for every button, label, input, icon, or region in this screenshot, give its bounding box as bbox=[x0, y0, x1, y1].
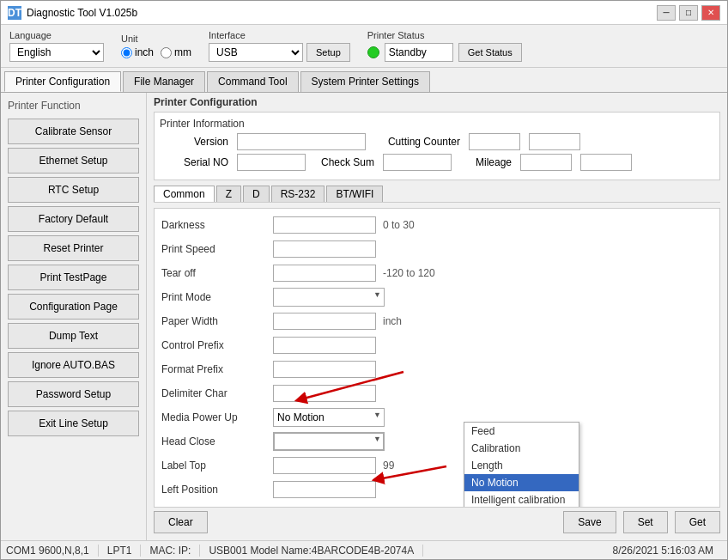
top-bar: Language English Unit inch mm Interface bbox=[1, 25, 727, 68]
paper-width-input[interactable] bbox=[273, 313, 376, 330]
tab-printer-configuration[interactable]: Printer Configuration bbox=[4, 71, 121, 92]
window-title: Diagnostic Tool V1.025b bbox=[27, 7, 137, 19]
interface-select[interactable]: USB bbox=[209, 43, 303, 62]
darkness-label: Darkness bbox=[161, 219, 273, 231]
media-power-up-row: Media Power Up No Motion bbox=[161, 408, 713, 427]
close-button[interactable]: ✕ bbox=[701, 5, 720, 21]
status-mac: MAC: IP: bbox=[149, 545, 200, 557]
cutting-counter-input2[interactable] bbox=[529, 133, 580, 150]
sidebar: Printer Function Calibrate Sensor Ethern… bbox=[1, 93, 147, 540]
head-close-dropdown: Feed Calibration Length No Motion Intell… bbox=[464, 422, 579, 508]
config-tab-btwifi[interactable]: BT/WIFI bbox=[326, 186, 383, 202]
ignore-autobasic-button[interactable]: Ignore AUTO.BAS bbox=[8, 352, 139, 378]
format-prefix-label: Format Prefix bbox=[161, 363, 273, 375]
unit-inch-option[interactable]: inch bbox=[121, 46, 154, 58]
media-power-up-select-wrapper: No Motion bbox=[273, 408, 385, 427]
minimize-button[interactable]: ─ bbox=[657, 5, 676, 21]
print-speed-label: Print Speed bbox=[161, 243, 273, 255]
interface-section: Interface USB Setup bbox=[209, 30, 350, 62]
config-tab-common[interactable]: Common bbox=[154, 186, 215, 202]
media-power-up-select[interactable]: No Motion bbox=[273, 408, 385, 427]
checksum-label: Check Sum bbox=[314, 156, 374, 168]
mileage-input1[interactable] bbox=[520, 154, 572, 171]
clear-button[interactable]: Clear bbox=[154, 511, 208, 533]
control-prefix-input[interactable] bbox=[273, 337, 376, 354]
restore-button[interactable]: □ bbox=[679, 5, 698, 21]
save-button[interactable]: Save bbox=[563, 511, 616, 533]
calibrate-sensor-button[interactable]: Calibrate Sensor bbox=[8, 119, 139, 144]
print-testpage-button[interactable]: Print TestPage bbox=[8, 265, 139, 290]
bottom-bar: Clear Save Set Get bbox=[154, 508, 720, 537]
unit-mm-option[interactable]: mm bbox=[161, 46, 191, 58]
unit-radio-group: inch mm bbox=[121, 46, 191, 58]
left-position-label: Left Position bbox=[161, 484, 273, 496]
version-input[interactable] bbox=[237, 133, 366, 150]
rtc-setup-button[interactable]: RTC Setup bbox=[8, 177, 139, 203]
factory-default-button[interactable]: Factory Default bbox=[8, 206, 139, 232]
checksum-input[interactable] bbox=[383, 154, 452, 171]
unit-label: Unit bbox=[121, 33, 191, 44]
print-speed-input[interactable] bbox=[273, 240, 376, 258]
configuration-page-button[interactable]: Configuration Page bbox=[8, 294, 139, 320]
dropdown-item-length[interactable]: Length bbox=[464, 457, 579, 474]
reset-printer-button[interactable]: Reset Printer bbox=[8, 235, 139, 261]
config-tab-d[interactable]: D bbox=[243, 186, 270, 202]
head-close-select[interactable] bbox=[273, 432, 385, 451]
label-top-row: Label Top 99 bbox=[161, 456, 713, 475]
tear-off-input[interactable] bbox=[273, 265, 376, 282]
print-mode-select[interactable] bbox=[273, 288, 385, 307]
dropdown-item-intelligent-calibration[interactable]: Intelligent calibration bbox=[464, 491, 579, 508]
print-mode-label: Print Mode bbox=[161, 291, 273, 303]
control-prefix-label: Control Prefix bbox=[161, 339, 273, 351]
label-top-label: Label Top bbox=[161, 460, 273, 472]
paper-width-hint: inch bbox=[383, 315, 402, 327]
status-input[interactable] bbox=[385, 43, 453, 62]
cutting-counter-input1[interactable] bbox=[469, 133, 520, 150]
config-tab-rs232[interactable]: RS-232 bbox=[271, 186, 325, 202]
printer-status-section: Printer Status Get Status bbox=[367, 30, 522, 62]
dropdown-item-calibration[interactable]: Calibration bbox=[464, 440, 579, 457]
format-prefix-input[interactable] bbox=[273, 361, 376, 378]
title-bar-left: DT Diagnostic Tool V1.025b bbox=[8, 6, 137, 20]
app-icon: DT bbox=[8, 6, 21, 20]
set-button[interactable]: Set bbox=[623, 511, 668, 533]
get-button[interactable]: Get bbox=[675, 511, 720, 533]
left-position-input[interactable] bbox=[273, 481, 376, 498]
status-dot bbox=[367, 46, 379, 58]
section-subtitle: Printer Information bbox=[160, 118, 714, 130]
unit-mm-radio[interactable] bbox=[161, 47, 172, 58]
printer-info: Printer Information Version Cutting Coun… bbox=[154, 112, 720, 180]
dropdown-item-no-motion[interactable]: No Motion bbox=[464, 474, 579, 491]
status-com: COM1 9600,N,8,1 bbox=[6, 545, 99, 557]
tab-system-printer-settings[interactable]: System Printer Settings bbox=[300, 71, 430, 92]
head-close-row: Head Close bbox=[161, 432, 713, 451]
mileage-input2[interactable] bbox=[580, 154, 632, 171]
cutting-counter-label: Cutting Counter bbox=[374, 136, 460, 148]
label-top-input[interactable] bbox=[273, 457, 376, 474]
language-select[interactable]: English bbox=[9, 43, 104, 62]
unit-inch-radio[interactable] bbox=[121, 47, 132, 58]
content-wrapper: Printer Configuration Printer Informatio… bbox=[147, 93, 727, 540]
serial-row: Serial NO Check Sum Mileage bbox=[160, 154, 714, 171]
dropdown-item-feed[interactable]: Feed bbox=[464, 423, 579, 440]
unit-mm-label: mm bbox=[174, 46, 191, 58]
password-setup-button[interactable]: Password Setup bbox=[8, 381, 139, 407]
delimiter-char-label: Delimiter Char bbox=[161, 387, 273, 399]
ethernet-setup-button[interactable]: Ethernet Setup bbox=[8, 148, 139, 173]
serial-input[interactable] bbox=[237, 154, 306, 171]
title-bar: DT Diagnostic Tool V1.025b ─ □ ✕ bbox=[1, 1, 727, 25]
config-tab-z[interactable]: Z bbox=[216, 186, 241, 202]
status-lpt: LPT1 bbox=[107, 545, 142, 557]
bottom-right-buttons: Save Set Get bbox=[563, 511, 720, 533]
tab-file-manager[interactable]: File Manager bbox=[123, 71, 205, 92]
setup-button[interactable]: Setup bbox=[306, 43, 350, 62]
delimiter-char-input[interactable] bbox=[273, 385, 376, 402]
darkness-input[interactable] bbox=[273, 216, 376, 234]
tab-bar: Printer Configuration File Manager Comma… bbox=[1, 68, 727, 93]
get-status-button[interactable]: Get Status bbox=[458, 43, 522, 62]
exit-line-setup-button[interactable]: Exit Line Setup bbox=[8, 411, 139, 436]
delimiter-char-row: Delimiter Char bbox=[161, 384, 713, 403]
tab-command-tool[interactable]: Command Tool bbox=[207, 71, 298, 92]
dump-text-button[interactable]: Dump Text bbox=[8, 323, 139, 349]
language-section: Language English bbox=[9, 30, 104, 62]
